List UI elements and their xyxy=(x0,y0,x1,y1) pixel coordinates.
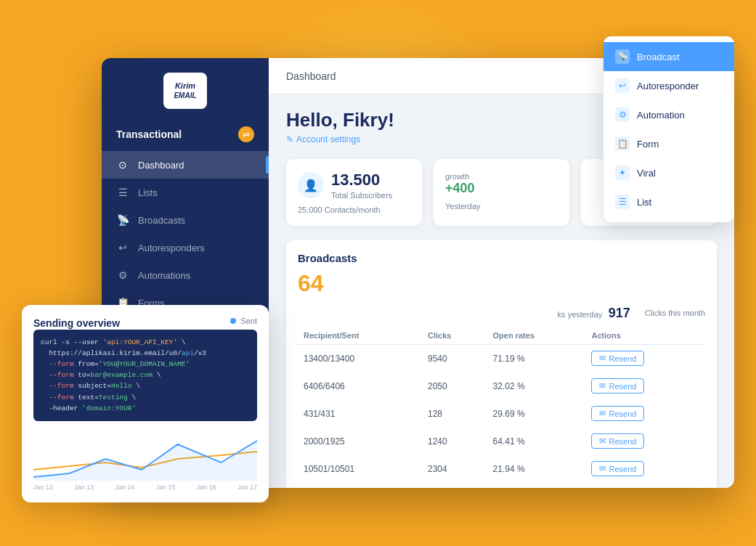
dropdown-item-list[interactable]: ☰ List xyxy=(603,187,734,216)
greeting-text: Hello, Fikry! xyxy=(286,109,394,131)
edit-icon: ✎ xyxy=(286,134,293,144)
chart-label-3: Jan 14 xyxy=(115,484,134,491)
broadcasts-section: Broadcasts 64 ks yesterday 917 Clicks th… xyxy=(286,240,717,488)
chart-area xyxy=(33,430,257,481)
resend-button-2[interactable]: ✉ Resend xyxy=(591,406,644,421)
legend-dot xyxy=(230,318,236,324)
th-open-rates: Open rates xyxy=(487,327,586,345)
cell-action-3: ✉ Resend xyxy=(585,428,705,455)
cell-recipient-4: 10501/10501 xyxy=(298,455,422,483)
stat-card-subscribers: 👤 13.500 Total Subscribers 25.000 Contac… xyxy=(286,159,422,226)
subscribers-icon: 👤 xyxy=(298,172,324,198)
table-row: 13400/13400 9540 71.19 % ✉ Resend xyxy=(298,345,705,372)
cell-recipient-3: 2000/1925 xyxy=(298,428,422,455)
list-dropdown-icon: ☰ xyxy=(615,195,630,209)
chart-x-labels: Jan 12 Jan 13 Jan 14 Jan 15 Jan 16 Jan 1… xyxy=(33,484,257,491)
autoresponders-icon: ↩ xyxy=(116,241,129,254)
resend-icon-0: ✉ xyxy=(599,354,606,363)
cell-action-0: ✉ Resend xyxy=(585,345,705,372)
cell-action-4: ✉ Resend xyxy=(585,455,705,483)
chart-label-2: Jan 13 xyxy=(74,484,94,491)
cell-action-1: ✉ Resend xyxy=(585,372,705,400)
clicks-yesterday-value: 917 xyxy=(609,306,630,320)
cell-clicks-1: 2050 xyxy=(422,372,487,400)
subscribers-values: 13.500 Total Subscribers xyxy=(331,171,392,200)
cell-recipient-0: 13400/13400 xyxy=(298,345,422,372)
account-settings-label: Account settings xyxy=(296,134,360,144)
broadcasts-table-body: 13400/13400 9540 71.19 % ✉ Resend 6406/6… xyxy=(298,345,705,483)
subscribers-sub: 25.000 Contacts/month xyxy=(298,205,410,214)
stat-icon-row: 👤 13.500 Total Subscribers xyxy=(298,171,410,200)
resend-button-0[interactable]: ✉ Resend xyxy=(591,351,644,366)
sidebar-section: Transactional ⇌ xyxy=(102,121,269,151)
chart-label-1: Jan 12 xyxy=(33,484,53,491)
transactional-toggle[interactable]: ⇌ xyxy=(238,126,254,142)
lists-icon: ☰ xyxy=(116,186,129,199)
sidebar-item-lists-label: Lists xyxy=(138,187,158,198)
stat-card-growth: growth +400 Yesterday xyxy=(434,159,569,226)
broadcasts-count: 64 xyxy=(298,270,705,297)
sidebar-item-lists[interactable]: ☰ Lists xyxy=(102,179,269,206)
resend-icon-1: ✉ xyxy=(599,381,606,391)
sidebar-item-dashboard[interactable]: ⊙ Dashboard xyxy=(102,151,269,179)
cell-open-rate-4: 21.94 % xyxy=(487,455,586,483)
chart-label-5: Jan 16 xyxy=(197,484,216,491)
resend-button-4[interactable]: ✉ Resend xyxy=(591,461,644,476)
resend-button-1[interactable]: ✉ Resend xyxy=(591,378,644,394)
clicks-month-label: Clicks this month xyxy=(645,309,705,317)
resend-icon-3: ✉ xyxy=(599,436,606,446)
table-row: 431/431 128 29.69 % ✉ Resend xyxy=(298,400,705,428)
viral-dropdown-icon: ✦ xyxy=(615,166,630,180)
subscribers-value: 13.500 xyxy=(331,171,392,190)
sidebar-item-dashboard-label: Dashboard xyxy=(138,160,184,171)
dashboard-icon: ⊙ xyxy=(116,158,129,171)
autoresponder-dropdown-label: Autoresponder xyxy=(637,81,699,91)
clicks-month: Clicks this month xyxy=(645,306,705,321)
cell-action-2: ✉ Resend xyxy=(585,400,705,428)
list-dropdown-label: List xyxy=(637,197,651,208)
resend-button-3[interactable]: ✉ Resend xyxy=(591,433,644,449)
th-clicks: Clicks xyxy=(422,327,487,345)
autoresponder-dropdown-icon: ↩ xyxy=(615,78,630,93)
dropdown-item-broadcast[interactable]: 📡 Broadcast xyxy=(603,42,734,71)
resend-icon-2: ✉ xyxy=(599,409,606,418)
create-new-dropdown: 📡 Broadcast ↩ Autoresponder ⚙ Automation… xyxy=(603,36,734,222)
viral-dropdown-label: Viral xyxy=(637,168,656,179)
dropdown-item-autoresponder[interactable]: ↩ Autoresponder xyxy=(603,71,734,100)
cell-open-rate-0: 71.19 % xyxy=(487,345,586,372)
sidebar-item-broadcasts-label: Broadcasts xyxy=(138,215,185,226)
form-dropdown-icon: 📋 xyxy=(615,136,630,151)
toggle-icon: ⇌ xyxy=(243,129,250,139)
dropdown-item-automation[interactable]: ⚙ Automation xyxy=(603,100,734,129)
table-header: Recipient/Sent Clicks Open rates Actions xyxy=(298,327,705,345)
account-settings-link[interactable]: ✎ Account settings xyxy=(286,134,394,144)
greeting-area: Hello, Fikry! ✎ Account settings xyxy=(286,109,394,144)
resend-icon-4: ✉ xyxy=(599,464,606,473)
logo-box: KirimEMAIL xyxy=(163,73,207,109)
sidebar-item-autoresponders-label: Autoresponders xyxy=(138,243,205,253)
sending-overview-title: Sending overview xyxy=(33,317,120,329)
sidebar-item-autoresponders[interactable]: ↩ Autoresponders xyxy=(102,234,269,261)
cell-clicks-0: 9540 xyxy=(422,345,487,372)
transactional-label: Transactional xyxy=(116,129,182,140)
th-recipient: Recipient/Sent xyxy=(298,327,422,345)
table-row: 10501/10501 2304 21.94 % ✉ Resend xyxy=(298,455,705,483)
cell-clicks-4: 2304 xyxy=(422,455,487,483)
cell-clicks-2: 128 xyxy=(422,400,487,428)
sidebar-logo-area: KirimEMAIL xyxy=(102,58,269,121)
legend-label: Sent xyxy=(240,317,257,325)
cell-recipient-1: 6406/6406 xyxy=(298,372,422,400)
chart-label-6: Jan 17 xyxy=(237,484,257,491)
cell-open-rate-2: 29.69 % xyxy=(487,400,586,428)
dropdown-item-viral[interactable]: ✦ Viral xyxy=(603,158,734,187)
broadcasts-icon: 📡 xyxy=(116,213,129,227)
automation-dropdown-label: Automation xyxy=(637,110,685,121)
sidebar-item-automations[interactable]: ⚙ Automations xyxy=(102,261,269,289)
broadcast-dropdown-label: Broadcast xyxy=(637,52,680,62)
growth-sub: Yesterday xyxy=(445,202,558,211)
sidebar-item-broadcasts[interactable]: 📡 Broadcasts xyxy=(102,206,269,234)
chart-label-4: Jan 15 xyxy=(156,484,176,491)
automation-dropdown-icon: ⚙ xyxy=(615,107,630,122)
dropdown-item-form[interactable]: 📋 Form xyxy=(603,129,734,158)
code-block: curl -s --user 'api:YOUR_API_KEY' \ http… xyxy=(33,330,257,421)
